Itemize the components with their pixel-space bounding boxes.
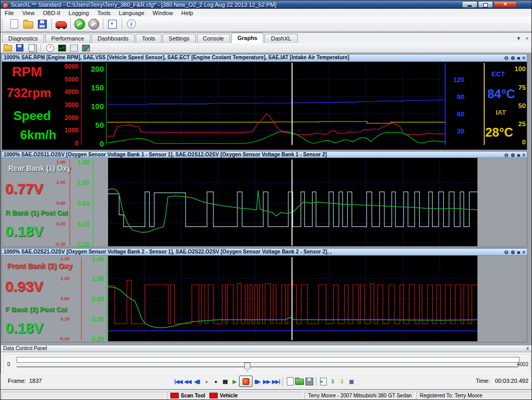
menu-file[interactable]: File [1,10,18,16]
record-icon [243,378,249,385]
save-log-button[interactable] [304,376,314,386]
graph3-btn-zoom-in[interactable]: ⊕ [511,249,515,256]
o2green-tick--0.20: -0.20 [90,336,104,342]
dashboard-view-button[interactable] [81,44,91,52]
status-segment-indicators: Scan Tool Vehicle [167,392,303,399]
vehicle-manager-button[interactable] [54,18,68,31]
record-button[interactable] [239,376,252,387]
export-csv-icon: ⇩ [340,379,343,384]
graph3-btn-close[interactable]: × [522,249,525,256]
menu-language[interactable]: Language [115,10,149,16]
table-icon [70,45,78,51]
o2-b1s2-value: 0.18V [5,223,43,240]
tab-tools[interactable]: Tools [136,34,162,43]
data-control-close-icon[interactable]: x [526,345,529,352]
new-log-button[interactable] [285,376,295,386]
connect-button[interactable] [73,18,87,31]
frame-slider-track[interactable] [17,366,518,368]
graph1-btn-zoom-in[interactable]: ⊕ [511,55,515,61]
graph-view-button[interactable] [57,44,67,52]
tab-dashxl[interactable]: DashXL [264,34,297,43]
graph2-plot[interactable] [108,159,477,246]
graph3-plot[interactable] [108,257,477,340]
graph1-btn-close[interactable]: × [522,55,525,61]
step-back-button[interactable]: ◀▮ [192,376,202,386]
speed-tick-150: 150 [91,83,104,92]
chart-icon [58,45,66,51]
restore-button[interactable] [478,1,493,8]
step-forward-button[interactable]: ▮▶ [252,376,262,386]
menu-window[interactable]: Window [149,10,177,16]
graph2-header[interactable]: 1000% SAE.O2S11.O2SV [Oxygen Sensor Volt… [2,151,527,158]
open-log-button[interactable] [295,376,304,386]
skip-start-button[interactable]: |◀◀ [174,376,183,386]
car-icon [56,21,67,28]
close-button[interactable]: ✕ [494,1,517,8]
export-data-button[interactable]: ⇩ [328,376,337,386]
tab-close-icon[interactable]: × [526,36,528,41]
log-progress-bar[interactable] [17,357,520,363]
tab-graphs[interactable]: Graphs [231,33,264,43]
rpm-tick-5000: 5000 [64,76,78,83]
skip-end-button[interactable]: ▶▶| [271,376,281,386]
iat-label: IAT [496,109,506,116]
about-button[interactable]: i [124,18,138,31]
graph2-btn-close[interactable]: × [522,152,525,158]
graph2-btn-stop[interactable]: ■ [517,152,520,158]
mark-gray-button[interactable]: ● [202,376,211,386]
graph1-buttons: ⊖⊕■× [504,55,525,61]
menu-help[interactable]: Help [177,10,197,16]
gauge-view-button[interactable] [45,44,55,52]
tab-settings[interactable]: Settings [163,34,196,43]
save-graph-set-button[interactable] [15,44,24,52]
fast-forward-button[interactable]: ▶▶ [262,376,271,386]
menu-view[interactable]: View [18,10,39,16]
rewind-button[interactable]: ◀◀ [183,376,192,386]
graph2-btn-zoom-out[interactable]: ⊖ [504,152,508,158]
import-data-button[interactable] [318,376,328,386]
scanxl-window: ScanXL™ Standard - C:\Users\Terry\Terry_… [0,0,532,400]
graph2-btn-zoom-in[interactable]: ⊕ [511,152,515,158]
graph1-btn-stop[interactable]: ■ [517,55,520,61]
minimize-button[interactable] [462,1,477,8]
tab-performance[interactable]: Performance [45,34,90,43]
mark-dark-button[interactable]: ● [211,376,220,386]
open-graph-set-button[interactable] [3,44,12,52]
skip-start-icon: |◀◀ [174,379,182,384]
o2red-tick-0.20: 0.20 [60,316,70,322]
play-button[interactable]: ▶ [230,376,239,386]
tab-bar: DiagnosticsPerformanceDashboardsToolsSet… [1,33,532,43]
o2-b1s1-value: 0.77V [5,181,43,197]
graph3-btn-zoom-out[interactable]: ⊖ [504,249,508,256]
graph1-header[interactable]: 1000% SAE.RPM [Engine RPM], SAE.VSS [Veh… [2,54,527,62]
tab-overflow-icon[interactable]: ▼ [516,36,521,41]
tab-dashboards[interactable]: Dashboards [91,34,135,43]
copy-graph-button[interactable] [26,44,36,52]
pause-button[interactable]: ▮▮ [220,376,230,386]
menu-tools[interactable]: Tools [93,10,115,16]
graph1-plot[interactable] [107,63,445,145]
export-csv-button[interactable]: ⇩ [337,376,347,386]
menu-bar: FileViewOBD-IILoggingToolsLanguageWindow… [1,9,532,17]
speed-axis-ticks: 200150100500 [81,63,104,145]
open-config-button[interactable] [21,18,35,31]
data-control-panel-header[interactable]: Data Control Panel x [1,345,532,352]
tab-diagnostics[interactable]: Diagnostics [2,34,44,43]
new-config-button[interactable] [7,18,21,31]
export-data-icon: ⇩ [330,379,334,384]
grid-view-button[interactable]: ▦ [347,376,356,386]
graph3-header[interactable]: 1000% SAE.O2S21.O2SV [Oxygen Sensor Volt… [2,248,527,256]
o2green-tick-1.40: 1.40 [92,256,104,263]
disconnect-button[interactable] [87,18,101,31]
graph3-btn-stop[interactable]: ■ [517,249,520,256]
status-segment-empty [2,392,166,399]
fullscreen-button[interactable] [105,18,119,31]
table-view-button[interactable] [69,44,79,52]
graph1-btn-zoom-out[interactable]: ⊖ [504,55,508,61]
tab-console[interactable]: Console [197,34,230,43]
menu-logging[interactable]: Logging [64,10,93,16]
ect-tick-90: 90 [457,93,464,101]
save-config-button[interactable] [35,18,49,31]
rpm-tick-4000: 4000 [64,88,78,96]
menu-obd-ii[interactable]: OBD-II [38,10,64,16]
